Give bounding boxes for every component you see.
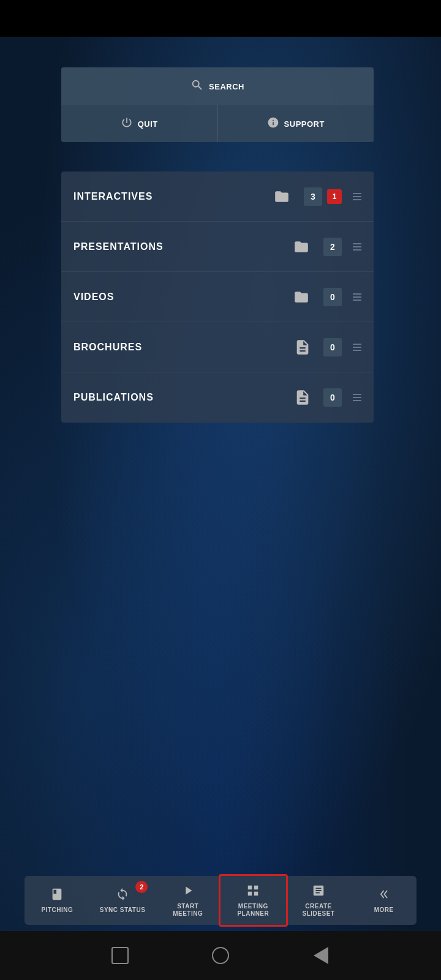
sync-badge: 2 [135,881,148,893]
grid-icon [246,884,260,900]
status-bar [0,0,441,37]
support-button[interactable]: SUPPORT [218,105,374,142]
publications-count: 0 [323,388,342,407]
slides-icon [312,884,325,900]
sync-icon [116,888,129,903]
folder-icon [292,239,311,255]
more-label: MORE [374,907,394,914]
folder-icon [292,289,311,305]
square-icon [111,947,129,964]
more-button[interactable]: MORE [351,876,417,925]
videos-label: VIDEOS [74,292,292,303]
start-meeting-label: STARTMEETING [173,903,203,918]
sync-status-label: SYNC STATUS [100,907,146,914]
info-icon [267,116,279,131]
content-panel: INTERACTIVES 3 1 PRESENTATIONS 2 VIDEOS [61,172,374,423]
triangle-icon [314,947,328,964]
drag-handle [353,193,361,200]
interactives-row[interactable]: INTERACTIVES 3 1 [61,172,374,222]
pitching-button[interactable]: PITCHING [24,876,90,925]
drag-handle [353,243,361,251]
presentations-label: PRESENTATIONS [74,241,292,252]
interactives-count: 3 [304,187,322,206]
search-icon [190,78,204,94]
videos-count: 0 [323,288,342,306]
chevrons-icon [377,888,391,903]
publications-row[interactable]: PUBLICATIONS 0 [61,372,374,423]
pitching-label: PITCHING [41,907,73,914]
publications-label: PUBLICATIONS [74,392,294,403]
nav-back-button[interactable] [307,942,334,969]
power-icon [121,116,133,131]
circle-icon [212,947,229,964]
quit-label: QUIT [138,119,158,129]
interactives-alert: 1 [327,189,342,204]
meeting-planner-button[interactable]: MEETINGPLANNER [219,874,288,927]
nav-square-button[interactable] [107,942,134,969]
drag-handle [353,344,361,351]
top-panel: SEARCH QUIT SUPPORT [61,67,374,142]
sync-status-button[interactable]: SYNC STATUS 2 [90,876,156,925]
interactives-label: INTERACTIVES [74,191,272,202]
search-label: SEARCH [209,82,244,91]
nav-bar [0,931,441,980]
main-content: SEARCH QUIT SUPPORT [0,37,441,931]
create-slideset-label: CREATESLIDESET [303,903,335,918]
search-button[interactable]: SEARCH [61,67,374,105]
start-meeting-button[interactable]: STARTMEETING [155,876,221,925]
brochures-row[interactable]: BROCHURES 0 [61,322,374,372]
drag-handle [353,394,361,401]
create-slideset-button[interactable]: CREATESLIDESET [286,876,352,925]
action-row: QUIT SUPPORT [61,105,374,142]
bottom-toolbar: PITCHING SYNC STATUS 2 STARTMEETING [24,876,417,925]
document-icon [294,337,311,357]
play-icon [181,884,195,900]
drag-handle [353,293,361,301]
folder-icon [272,189,292,205]
nav-home-button[interactable] [207,942,234,969]
document-icon [294,388,311,407]
brochures-label: BROCHURES [74,342,294,353]
presentations-row[interactable]: PRESENTATIONS 2 [61,222,374,272]
support-label: SUPPORT [284,119,325,129]
meeting-planner-label: MEETINGPLANNER [237,903,269,918]
presentations-count: 2 [323,238,342,256]
book-icon [50,888,64,903]
brochures-count: 0 [323,338,342,356]
quit-button[interactable]: QUIT [61,105,218,142]
videos-row[interactable]: VIDEOS 0 [61,272,374,322]
